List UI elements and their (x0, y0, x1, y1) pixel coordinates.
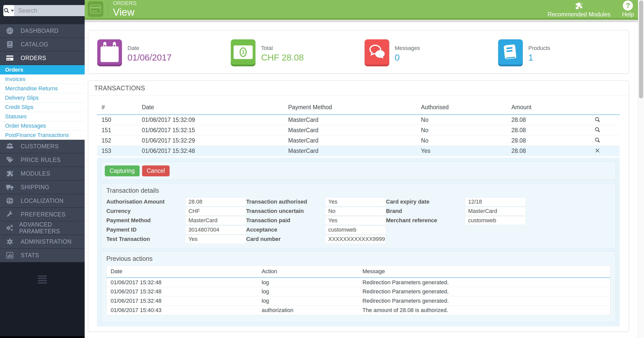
field-label: Payment Method (106, 217, 185, 224)
gauge-icon (6, 26, 17, 35)
transaction-row-selected: 153 01/06/2017 15:32:48 MasterCard Yes 2… (97, 146, 620, 156)
submenu-item-credit-slips[interactable]: Credit Slips (0, 102, 85, 112)
header-separator (108, 2, 108, 16)
field-label: Transaction paid (246, 217, 325, 224)
view-transaction-icon[interactable] (594, 136, 601, 144)
sidebar: DASHBOARD CATALOG ORDERS Orders Invoices… (0, 0, 85, 338)
collapse-menu-icon[interactable] (38, 275, 47, 285)
field-label: Payment ID (106, 227, 185, 233)
search-scope-button[interactable] (3, 5, 14, 16)
sidebar-item-administration[interactable]: ADMINISTRATION (0, 235, 85, 249)
sidebar-item-modules[interactable]: MODULES (0, 167, 85, 181)
col-id: # (97, 104, 137, 115)
book-icon (498, 39, 523, 65)
credit-card-icon (90, 5, 101, 14)
sidebar-item-price-rules[interactable]: PRICE RULES (0, 153, 85, 167)
submenu-item-statuses[interactable]: Statuses (0, 112, 85, 121)
vertical-scrollbar[interactable] (638, 0, 644, 338)
stat-messages: Messages 0 (359, 39, 492, 65)
chat-icon (365, 39, 389, 65)
recommended-modules-label: Recommended Modules (548, 11, 610, 18)
details-column-2: Transaction authorisedYes Transaction un… (246, 197, 386, 244)
sidebar-item-label: PREFERENCES (21, 211, 66, 218)
field-value: 12/18 (465, 198, 526, 206)
header-shadow-strip (85, 20, 644, 22)
previous-actions-table: Date Action Message 01/06/2017 15:32:48 … (106, 265, 610, 315)
sidebar-item-label: ADMINISTRATION (21, 238, 72, 245)
details-column-1: Authorisation Amount28.08 CurrencyCHF Pa… (106, 197, 246, 244)
view-transaction-icon[interactable] (594, 126, 601, 133)
field-value: MasterCard (465, 207, 526, 216)
col-amount: Amount (507, 104, 575, 115)
previous-actions-title: Previous actions (106, 255, 610, 262)
sidebar-item-label: CATALOG (21, 41, 48, 48)
sidebar-footer (0, 262, 85, 336)
transaction-details-panel: Transaction details Authorisation Amount… (101, 183, 616, 248)
sidebar-item-label: PRICE RULES (21, 157, 61, 163)
submenu-item-invoices[interactable]: Invoices (0, 74, 85, 84)
sidebar-item-label: MODULES (21, 170, 50, 177)
bar-chart-icon (6, 251, 17, 260)
field-label: Merchant reference (386, 217, 465, 224)
submenu-item-order-messages[interactable]: Order Messages (0, 121, 85, 130)
field-value: Yes (325, 216, 386, 225)
help-label: Help (622, 11, 634, 18)
col-method: Payment Method (284, 104, 416, 115)
gear-icon (6, 237, 17, 246)
stat-label: Products (528, 45, 550, 51)
people-icon (6, 142, 17, 151)
recommended-modules-button[interactable]: Recommended Modules (548, 1, 610, 18)
transactions-panel-title: TRANSACTIONS (88, 81, 629, 96)
col-message: Message (359, 266, 610, 278)
cancel-button[interactable]: Cancel (142, 165, 170, 176)
col-date: Date (107, 266, 258, 278)
submenu-item-delivery-slips[interactable]: Delivery Slips (0, 93, 85, 102)
previous-action-row: 01/06/2017 15:40:43 authorization The am… (107, 306, 610, 315)
header-titles: ORDERS View (113, 0, 137, 18)
submenu-item-orders[interactable]: Orders (0, 65, 85, 74)
sidebar-item-shipping[interactable]: SHIPPING (0, 181, 85, 194)
transaction-row: 152 01/06/2017 15:32:29 MasterCard No 28… (97, 135, 620, 146)
submenu-item-postfinance-transactions[interactable]: PostFinance Transactions (0, 130, 85, 140)
field-value: 28.08 (185, 198, 246, 206)
wrench-icon (6, 210, 17, 219)
sidebar-item-label: LOCALIZATION (21, 198, 63, 204)
sidebar-item-label: DASHBOARD (21, 27, 58, 34)
book-icon (6, 40, 17, 49)
stat-label: Total (261, 45, 304, 51)
capturing-button[interactable]: Capturing (105, 165, 140, 176)
sidebar-item-preferences[interactable]: PREFERENCES (0, 208, 85, 221)
help-button[interactable]: ? Help (622, 1, 634, 18)
close-icon[interactable] (594, 147, 601, 154)
details-column-3: Card expiry date12/18 BrandMasterCard Me… (386, 197, 526, 244)
puzzle-icon (574, 1, 584, 11)
transactions-header-row: # Date Payment Method Authorised Amount (97, 104, 620, 115)
stat-products: Products 1 (492, 39, 626, 65)
field-label: Card number (246, 236, 325, 242)
field-value: Yes (185, 235, 246, 244)
main-area: ORDERS View Recommended Modules ? Help (85, 0, 644, 338)
stat-label: Date (127, 45, 172, 51)
sidebar-item-label: CUSTOMERS (21, 143, 59, 150)
submenu-item-merchandise-returns[interactable]: Merchandise Returns (0, 84, 85, 93)
sidebar-item-dashboard[interactable]: DASHBOARD (0, 24, 85, 38)
sidebar-item-customers[interactable]: CUSTOMERS (0, 140, 85, 153)
field-label: Currency (106, 208, 185, 214)
sidebar-item-stats[interactable]: STATS (0, 249, 85, 262)
stat-total: 1 Total CHF 28.08 (225, 39, 358, 65)
sidebar-item-catalog[interactable]: CATALOG (0, 38, 85, 51)
sidebar-item-advanced-parameters[interactable]: ADVANCED PARAMETERS (0, 221, 85, 235)
page-title: View (113, 6, 137, 18)
col-date: Date (137, 104, 284, 115)
view-transaction-icon[interactable] (594, 116, 601, 123)
previous-action-row: 01/06/2017 15:32:48 log Redirection Para… (107, 287, 610, 296)
field-label: Acceptance (246, 227, 325, 233)
transaction-details-title: Transaction details (106, 187, 610, 194)
stat-value: CHF 28.08 (261, 52, 304, 63)
scrollbar-thumb[interactable] (639, 1, 643, 98)
search-icon (4, 8, 10, 14)
sidebar-item-orders[interactable]: ORDERS (0, 51, 85, 65)
stat-value: 0 (395, 52, 420, 63)
credit-card-icon (6, 54, 17, 62)
sidebar-item-localization[interactable]: LOCALIZATION (0, 194, 85, 208)
